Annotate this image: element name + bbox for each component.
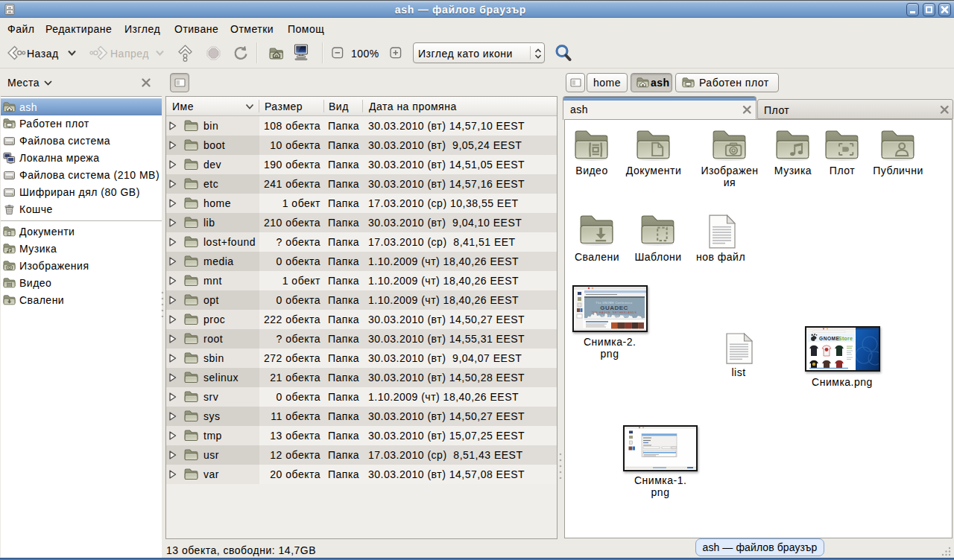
svg-text:GUADEC: GUADEC	[600, 305, 628, 311]
svg-text:GNOME: GNOME	[819, 336, 840, 341]
svg-text:Store: Store	[838, 336, 853, 341]
